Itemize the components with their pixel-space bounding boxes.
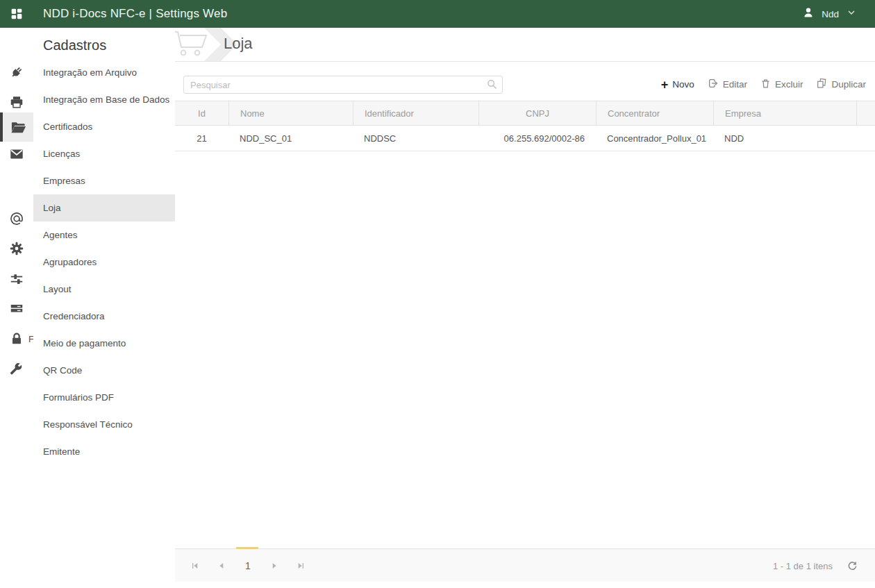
editar-label: Editar bbox=[723, 79, 747, 90]
sidebar-item-emitente[interactable]: Emitente bbox=[33, 438, 175, 465]
column-header-concentrator[interactable]: Concentrator bbox=[596, 101, 713, 125]
sidebar-title: Cadastros bbox=[33, 28, 175, 53]
sidebar-item-layout[interactable]: Layout bbox=[33, 276, 175, 303]
column-header-identificador[interactable]: Identificador bbox=[353, 101, 478, 125]
grid-header: Id Nome Identificador CNPJ Concentrator … bbox=[175, 101, 875, 126]
sidebar-items: Integração em Arquivo Integração em Base… bbox=[33, 59, 175, 465]
pager-right: 1 - 1 de 1 itens bbox=[773, 549, 858, 582]
at-icon[interactable] bbox=[0, 204, 33, 233]
app-title: NDD i-Docs NFC-e | Settings Web bbox=[43, 7, 227, 21]
novo-label: Novo bbox=[672, 79, 694, 90]
cell-nome: NDD_SC_01 bbox=[228, 126, 353, 151]
user-menu[interactable]: Ndd bbox=[802, 0, 857, 28]
pager-info: 1 - 1 de 1 itens bbox=[773, 561, 833, 571]
sidebar-item-loja[interactable]: Loja bbox=[33, 194, 175, 221]
search-input[interactable] bbox=[183, 76, 503, 94]
icon-rail: F bbox=[0, 28, 33, 588]
copy-icon bbox=[816, 78, 827, 91]
sidebar-item-integracao-base-dados[interactable]: Integração em Base de Dados bbox=[33, 86, 175, 113]
current-page-indicator bbox=[236, 547, 258, 549]
duplicar-button[interactable]: Duplicar bbox=[816, 78, 866, 91]
top-bar: NDD i-Docs NFC-e | Settings Web Ndd bbox=[0, 0, 875, 28]
column-header-id[interactable]: Id bbox=[175, 101, 228, 125]
plus-icon: + bbox=[661, 80, 669, 90]
trash-icon bbox=[760, 78, 771, 91]
chevron-down-icon bbox=[846, 7, 857, 21]
app-grid-icon[interactable] bbox=[0, 0, 33, 28]
editar-button[interactable]: Editar bbox=[708, 78, 747, 91]
cell-concentrator: Concentrador_Pollux_01 bbox=[596, 126, 713, 151]
main-content: Loja + Novo bbox=[175, 28, 875, 588]
pager: 1 1 - 1 de 1 itens bbox=[175, 548, 875, 582]
cell-cnpj: 06.255.692/0002-86 bbox=[478, 126, 596, 151]
column-header-cnpj[interactable]: CNPJ bbox=[478, 101, 596, 125]
excluir-button[interactable]: Excluir bbox=[760, 78, 803, 91]
refresh-icon[interactable] bbox=[847, 560, 858, 572]
page-title: Loja bbox=[224, 35, 253, 53]
column-header-nome[interactable]: Nome bbox=[228, 101, 353, 125]
novo-button[interactable]: + Novo bbox=[661, 79, 694, 90]
table-row[interactable]: 21 NDD_SC_01 NDDSC 06.255.692/0002-86 Co… bbox=[175, 126, 875, 151]
sidebar-item-agentes[interactable]: Agentes bbox=[33, 221, 175, 249]
wrench-icon[interactable] bbox=[0, 354, 33, 383]
sidebar-item-credenciadora[interactable]: Credenciadora bbox=[33, 303, 175, 330]
cell-filler bbox=[856, 126, 875, 151]
cell-empresa: NDD bbox=[713, 126, 856, 151]
sidebar-panel: Cadastros Integração em Arquivo Integraç… bbox=[33, 28, 175, 588]
duplicar-label: Duplicar bbox=[831, 79, 866, 90]
user-name: Ndd bbox=[822, 9, 839, 19]
sidebar-item-licencas[interactable]: Licenças bbox=[33, 140, 175, 167]
sidebar-item-responsavel-tecnico[interactable]: Responsável Técnico bbox=[33, 411, 175, 438]
last-page-icon[interactable] bbox=[292, 557, 309, 574]
first-page-icon[interactable] bbox=[187, 557, 203, 574]
sidebar-item-meio-pagamento[interactable]: Meio de pagamento bbox=[33, 330, 175, 357]
page-number-1[interactable]: 1 bbox=[240, 557, 256, 574]
search-icon[interactable] bbox=[486, 78, 498, 93]
envelope-icon[interactable] bbox=[0, 140, 33, 169]
sidebar-item-integracao-arquivo[interactable]: Integração em Arquivo bbox=[33, 59, 175, 86]
data-grid: Id Nome Identificador CNPJ Concentrator … bbox=[175, 101, 875, 151]
next-page-icon[interactable] bbox=[266, 557, 283, 574]
edit-arrow-icon bbox=[708, 78, 719, 91]
folder-open-icon[interactable] bbox=[0, 112, 33, 142]
toolbar: + Novo Editar bbox=[661, 78, 866, 91]
page-header: Loja bbox=[175, 28, 875, 62]
sidebar-item-qr-code[interactable]: QR Code bbox=[33, 357, 175, 384]
cell-identificador: NDDSC bbox=[353, 126, 478, 151]
server-icon[interactable] bbox=[0, 294, 33, 323]
column-header-filler bbox=[856, 101, 875, 125]
search-box bbox=[183, 76, 503, 94]
sidebar-item-certificados[interactable]: Certificados bbox=[33, 113, 175, 140]
gear-icon[interactable] bbox=[0, 234, 33, 263]
sidebar-item-formularios-pdf[interactable]: Formulários PDF bbox=[33, 384, 175, 411]
sliders-icon[interactable] bbox=[0, 264, 33, 294]
column-header-empresa[interactable]: Empresa bbox=[713, 101, 856, 125]
cell-id: 21 bbox=[175, 126, 228, 151]
plug-icon[interactable] bbox=[0, 58, 33, 87]
sidebar-item-empresas[interactable]: Empresas bbox=[33, 167, 175, 194]
prev-page-icon[interactable] bbox=[213, 557, 230, 574]
app-window: NDD i-Docs NFC-e | Settings Web Ndd bbox=[0, 0, 875, 588]
excluir-label: Excluir bbox=[775, 79, 803, 90]
user-icon bbox=[802, 6, 815, 22]
sidebar-item-agrupadores[interactable]: Agrupadores bbox=[33, 249, 175, 276]
